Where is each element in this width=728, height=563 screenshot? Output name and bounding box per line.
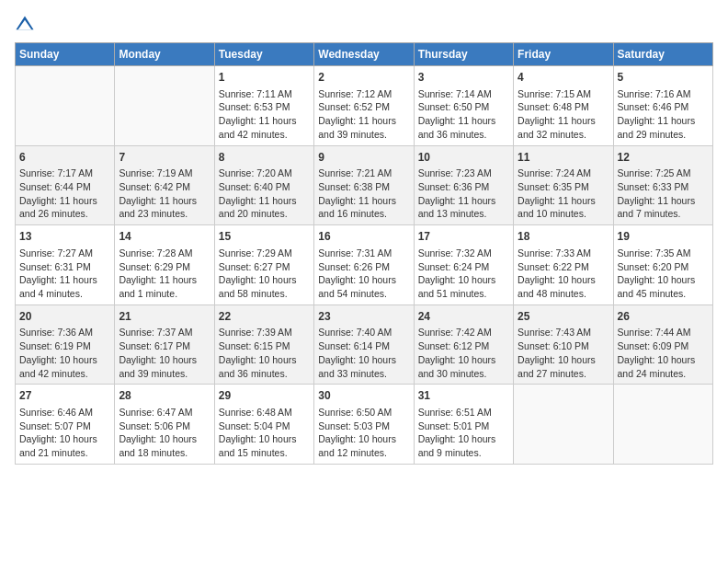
weekday-header-cell: Saturday [613, 43, 712, 66]
day-number: 17 [418, 229, 509, 245]
sunrise-text: Sunrise: 7:24 AM [518, 167, 591, 178]
day-number: 30 [318, 388, 409, 404]
weekday-header-cell: Tuesday [214, 43, 313, 66]
calendar-cell: 28Sunrise: 6:47 AMSunset: 5:06 PMDayligh… [115, 385, 214, 465]
sunset-text: Sunset: 6:42 PM [119, 181, 190, 192]
calendar-week-row: 6Sunrise: 7:17 AMSunset: 6:44 PMDaylight… [16, 145, 713, 225]
daylight-text: Daylight: 10 hours and 33 minutes. [318, 354, 396, 379]
sunset-text: Sunset: 6:53 PM [219, 101, 290, 112]
sunset-text: Sunset: 6:52 PM [318, 101, 390, 112]
sunrise-text: Sunrise: 7:42 AM [418, 327, 492, 338]
daylight-text: Daylight: 10 hours and 12 minutes. [318, 433, 396, 458]
day-number: 21 [119, 309, 210, 325]
sunrise-text: Sunrise: 7:36 AM [19, 327, 93, 338]
calendar-cell: 12Sunrise: 7:25 AMSunset: 6:33 PMDayligh… [613, 145, 712, 225]
sunset-text: Sunset: 6:50 PM [418, 101, 490, 112]
sunrise-text: Sunrise: 7:32 AM [418, 247, 492, 259]
day-number: 31 [418, 388, 509, 404]
calendar-cell: 22Sunrise: 7:39 AMSunset: 6:15 PMDayligh… [214, 304, 313, 385]
daylight-text: Daylight: 11 hours and 26 minutes. [19, 195, 97, 220]
daylight-text: Daylight: 10 hours and 42 minutes. [19, 354, 97, 379]
daylight-text: Daylight: 11 hours and 7 minutes. [618, 195, 696, 220]
day-number: 14 [119, 229, 210, 245]
day-number: 2 [318, 70, 409, 86]
calendar-cell: 11Sunrise: 7:24 AMSunset: 6:35 PMDayligh… [514, 145, 613, 225]
daylight-text: Daylight: 10 hours and 58 minutes. [219, 274, 297, 299]
sunrise-text: Sunrise: 6:51 AM [418, 407, 492, 418]
daylight-text: Daylight: 10 hours and 9 minutes. [418, 433, 496, 458]
day-number: 11 [518, 150, 609, 166]
day-number: 23 [318, 309, 409, 325]
calendar-week-row: 13Sunrise: 7:27 AMSunset: 6:31 PMDayligh… [16, 225, 713, 305]
daylight-text: Daylight: 11 hours and 4 minutes. [19, 274, 97, 299]
calendar-week-row: 1Sunrise: 7:11 AMSunset: 6:53 PMDaylight… [16, 66, 713, 146]
sunrise-text: Sunrise: 7:19 AM [119, 167, 192, 178]
calendar-cell: 5Sunrise: 7:16 AMSunset: 6:46 PMDaylight… [613, 66, 712, 146]
day-number: 4 [518, 70, 609, 86]
calendar-week-row: 27Sunrise: 6:46 AMSunset: 5:07 PMDayligh… [16, 385, 713, 465]
sunrise-text: Sunrise: 7:40 AM [318, 327, 392, 338]
calendar-week-row: 20Sunrise: 7:36 AMSunset: 6:19 PMDayligh… [16, 304, 713, 385]
calendar-cell: 20Sunrise: 7:36 AMSunset: 6:19 PMDayligh… [16, 304, 115, 385]
day-number: 6 [19, 150, 110, 166]
day-number: 18 [518, 229, 609, 245]
sunrise-text: Sunrise: 7:37 AM [119, 327, 192, 338]
sunset-text: Sunset: 6:29 PM [119, 261, 190, 272]
sunrise-text: Sunrise: 7:39 AM [219, 327, 292, 338]
sunrise-text: Sunrise: 7:17 AM [19, 167, 93, 178]
page-header [15, 15, 713, 35]
sunrise-text: Sunrise: 7:11 AM [219, 88, 292, 99]
sunset-text: Sunset: 6:09 PM [618, 340, 689, 351]
sunset-text: Sunset: 6:44 PM [19, 181, 91, 192]
sunset-text: Sunset: 5:03 PM [318, 420, 390, 431]
sunrise-text: Sunrise: 7:12 AM [318, 88, 392, 99]
calendar-cell: 25Sunrise: 7:43 AMSunset: 6:10 PMDayligh… [514, 304, 613, 385]
calendar-cell [613, 385, 712, 465]
daylight-text: Daylight: 11 hours and 32 minutes. [518, 115, 596, 140]
day-number: 19 [618, 229, 709, 245]
sunrise-text: Sunrise: 7:31 AM [318, 247, 392, 259]
daylight-text: Daylight: 11 hours and 10 minutes. [518, 195, 596, 220]
weekday-header-cell: Friday [514, 43, 613, 66]
day-number: 16 [318, 229, 409, 245]
daylight-text: Daylight: 10 hours and 54 minutes. [318, 274, 396, 299]
daylight-text: Daylight: 11 hours and 39 minutes. [318, 115, 396, 140]
sunrise-text: Sunrise: 7:15 AM [518, 88, 591, 99]
sunset-text: Sunset: 5:01 PM [418, 420, 490, 431]
day-number: 8 [219, 150, 310, 166]
sunrise-text: Sunrise: 7:16 AM [618, 88, 691, 99]
sunset-text: Sunset: 6:17 PM [119, 340, 190, 351]
calendar-cell: 13Sunrise: 7:27 AMSunset: 6:31 PMDayligh… [16, 225, 115, 305]
sunrise-text: Sunrise: 6:47 AM [119, 407, 192, 418]
sunset-text: Sunset: 6:31 PM [19, 261, 91, 272]
day-number: 1 [219, 70, 310, 86]
calendar-cell [16, 66, 115, 146]
calendar-cell: 3Sunrise: 7:14 AMSunset: 6:50 PMDaylight… [414, 66, 513, 146]
sunrise-text: Sunrise: 7:20 AM [219, 167, 292, 178]
calendar-cell: 15Sunrise: 7:29 AMSunset: 6:27 PMDayligh… [214, 225, 313, 305]
sunrise-text: Sunrise: 7:23 AM [418, 167, 492, 178]
calendar-cell: 1Sunrise: 7:11 AMSunset: 6:53 PMDaylight… [214, 66, 313, 146]
sunrise-text: Sunrise: 7:28 AM [119, 247, 192, 259]
calendar-cell: 14Sunrise: 7:28 AMSunset: 6:29 PMDayligh… [115, 225, 214, 305]
day-number: 7 [119, 150, 210, 166]
sunset-text: Sunset: 6:22 PM [518, 261, 589, 272]
sunset-text: Sunset: 6:33 PM [618, 181, 689, 192]
sunset-text: Sunset: 6:19 PM [19, 340, 91, 351]
calendar-cell: 29Sunrise: 6:48 AMSunset: 5:04 PMDayligh… [214, 385, 313, 465]
calendar-cell: 7Sunrise: 7:19 AMSunset: 6:42 PMDaylight… [115, 145, 214, 225]
weekday-header-row: SundayMondayTuesdayWednesdayThursdayFrid… [16, 43, 713, 66]
calendar-body: 1Sunrise: 7:11 AMSunset: 6:53 PMDaylight… [16, 66, 713, 465]
daylight-text: Daylight: 11 hours and 1 minute. [119, 274, 197, 299]
day-number: 10 [418, 150, 509, 166]
daylight-text: Daylight: 11 hours and 36 minutes. [418, 115, 496, 140]
sunrise-text: Sunrise: 7:27 AM [19, 247, 93, 259]
daylight-text: Daylight: 10 hours and 27 minutes. [518, 354, 596, 379]
calendar-cell: 2Sunrise: 7:12 AMSunset: 6:52 PMDaylight… [314, 66, 414, 146]
sunrise-text: Sunrise: 7:14 AM [418, 88, 492, 99]
sunset-text: Sunset: 6:35 PM [518, 181, 589, 192]
calendar-cell: 27Sunrise: 6:46 AMSunset: 5:07 PMDayligh… [16, 385, 115, 465]
sunset-text: Sunset: 5:04 PM [219, 420, 290, 431]
daylight-text: Daylight: 11 hours and 23 minutes. [119, 195, 197, 220]
daylight-text: Daylight: 11 hours and 42 minutes. [219, 115, 297, 140]
